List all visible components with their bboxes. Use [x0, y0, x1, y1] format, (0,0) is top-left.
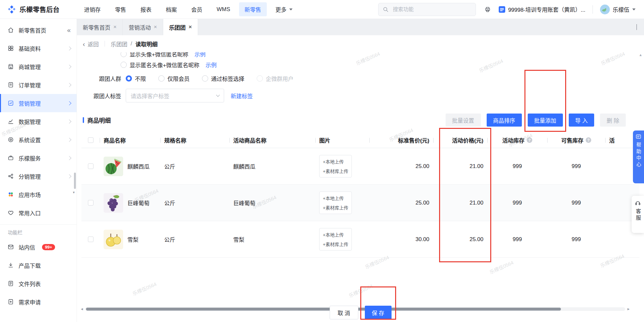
unread-count-badge: 99+	[42, 244, 55, 250]
tab-marketing-activity[interactable]: 营销活动 ×	[123, 19, 163, 35]
nav-archives[interactable]: 档案	[160, 2, 182, 16]
customer-service-label: 客服	[634, 208, 642, 222]
row-checkbox[interactable]	[88, 237, 93, 242]
row-checkbox[interactable]	[88, 163, 93, 169]
customer-service-tab[interactable]: 客服	[632, 196, 644, 233]
nav-reports[interactable]: 报表	[135, 2, 157, 16]
radio-unlimited[interactable]: 不限	[126, 74, 146, 83]
batch-set-button[interactable]: 批量设置	[446, 114, 481, 127]
info-icon[interactable]: ?	[586, 137, 591, 143]
chevron-down-icon	[216, 93, 220, 97]
nav-more[interactable]: 更多	[270, 2, 298, 16]
sidebar: 新零售首页 « 基础资料 商城管理 订单管理 营销管理	[0, 19, 77, 322]
search-input[interactable]	[378, 3, 476, 16]
footer-actions: 取 消 保 存	[77, 306, 644, 319]
nav-wms[interactable]: WMS	[211, 3, 236, 16]
back-button[interactable]: ‹ 返回	[83, 40, 99, 48]
sidebar-item-app-market[interactable]: 应用市场	[0, 185, 77, 204]
product-spec: 公斤	[160, 162, 229, 170]
sidebar-item-product-download[interactable]: 产品下载	[0, 256, 77, 274]
activity-price: 21.00	[433, 200, 487, 206]
select-all-checkbox[interactable]	[88, 137, 93, 143]
sidebar-item-system-settings[interactable]: 系统设置	[0, 130, 77, 149]
title-accent-bar	[83, 117, 84, 123]
sidebar-item-new-retail-home[interactable]: 新零售首页 «	[0, 21, 77, 39]
help-center-tab[interactable]: 帮助中心	[633, 130, 644, 183]
account-name: 99998-培训专用账套（黄凯）...	[508, 5, 585, 13]
file-list-icon	[7, 280, 14, 287]
chevron-right-icon	[67, 101, 71, 105]
radio-display-avatar[interactable]	[121, 52, 127, 57]
sidebar-item-data-management[interactable]: 数据管理	[0, 112, 77, 130]
image-upload-box: +本地上传 +素材库上传	[319, 228, 352, 251]
example-link[interactable]: 示例	[206, 61, 217, 69]
help-chat-icon	[635, 133, 642, 140]
radio-anonymous-avatar[interactable]	[121, 62, 127, 68]
line-chart-icon	[7, 118, 14, 125]
sidebar-item-mall-management[interactable]: 商城管理	[0, 57, 77, 76]
close-icon[interactable]: ×	[154, 24, 157, 30]
cancel-button[interactable]: 取 消	[330, 306, 358, 319]
nav-members[interactable]: 会员	[186, 2, 208, 16]
import-button[interactable]: 导 入	[569, 114, 594, 127]
row-checkbox[interactable]	[88, 200, 93, 206]
mail-icon	[7, 243, 14, 251]
activity-stock: 999	[487, 163, 547, 170]
collapse-sidebar-icon[interactable]: «	[67, 27, 71, 33]
delete-button[interactable]: 删 除	[600, 114, 626, 127]
close-icon[interactable]: ×	[189, 24, 192, 30]
upload-library-button[interactable]: +素材库上传	[323, 168, 348, 174]
upload-library-button[interactable]: +素材库上传	[323, 204, 348, 211]
printer-icon[interactable]	[484, 6, 491, 13]
radio-by-tag[interactable]: 通过标签选择	[202, 74, 244, 83]
close-icon[interactable]: ×	[113, 24, 117, 30]
crowd-label: 跟团人群	[85, 74, 121, 83]
upload-local-button[interactable]: +本地上传	[323, 158, 348, 165]
example-link[interactable]: 示例	[194, 52, 206, 58]
tab-list-dropdown[interactable]	[637, 24, 637, 30]
radio-members-only[interactable]: 仅限会员	[158, 74, 190, 83]
sidebar-item-file-list[interactable]: 文件列表	[0, 274, 77, 293]
sidebar-scroll-down-icon[interactable]: ▼	[72, 191, 75, 194]
top-nav: 进销存 零售 报表 档案 会员 WMS 新零售 更多	[79, 2, 298, 16]
sidebar-item-order-management[interactable]: 订单管理	[0, 76, 77, 94]
tab-new-retail-home[interactable]: 新零售首页 ×	[77, 19, 123, 35]
account-switcher[interactable]: 99998-培训专用账套（黄凯）...	[499, 5, 585, 13]
new-tag-link[interactable]: 新建标签	[231, 92, 253, 100]
batch-add-button[interactable]: 批量添加	[528, 114, 563, 127]
sidebar-item-internal-mail[interactable]: 站内信 99+	[0, 238, 77, 256]
nav-new-retail[interactable]: 新零售	[239, 2, 267, 16]
product-sort-button[interactable]: 商品排序	[487, 114, 522, 127]
upload-local-button[interactable]: +本地上传	[323, 195, 348, 201]
user-menu[interactable]: 乐檬伍	[600, 5, 636, 14]
tab-letuantuan[interactable]: 乐团团 ×	[163, 19, 198, 35]
sidebar-item-common-entries[interactable]: 常用入口	[0, 204, 77, 222]
upload-library-button[interactable]: +素材库上传	[323, 241, 348, 247]
search-icon	[382, 6, 389, 14]
image-upload-box: +本地上传 +素材库上传	[319, 155, 352, 177]
radio-wecom-group[interactable]: 企微群用户	[257, 74, 293, 83]
nav-retail[interactable]: 零售	[109, 2, 132, 16]
scroll-up-arrow[interactable]: ▲	[639, 53, 642, 57]
nav-inventory[interactable]: 进销存	[79, 2, 106, 16]
info-icon[interactable]: ?	[527, 137, 532, 143]
product-spec: 公斤	[160, 235, 229, 243]
logo: 乐檬零售后台	[7, 5, 60, 14]
sidebar-item-marketing-management[interactable]: 营销管理	[0, 94, 77, 112]
search-box	[378, 3, 476, 16]
help-center-label: 帮助中心	[635, 142, 642, 168]
sidebar-scrollbar-thumb[interactable]	[74, 173, 76, 189]
sellable-stock: 999	[547, 236, 605, 243]
sidebar-item-requirement-request[interactable]: 需求申请	[0, 293, 77, 311]
sidebar-item-distribution-management[interactable]: 分销管理	[0, 167, 77, 185]
col-image: 图片	[315, 132, 369, 148]
save-button[interactable]: 保 存	[365, 306, 392, 319]
sidebar-item-basic-data[interactable]: 基础资料	[0, 39, 77, 57]
sidebar-item-lemon-services[interactable]: 乐檬服务	[0, 149, 77, 167]
customer-tag-select[interactable]: 请选择客户标签	[126, 89, 224, 102]
col-act-price: 活动价格(元)	[433, 132, 487, 148]
breadcrumb-parent[interactable]: 乐团团	[111, 40, 127, 48]
activity-price: 21.00	[433, 163, 487, 170]
upload-local-button[interactable]: +本地上传	[323, 231, 348, 238]
tag-row: 跟团人标签 请选择客户标签 新建标签	[77, 86, 644, 105]
